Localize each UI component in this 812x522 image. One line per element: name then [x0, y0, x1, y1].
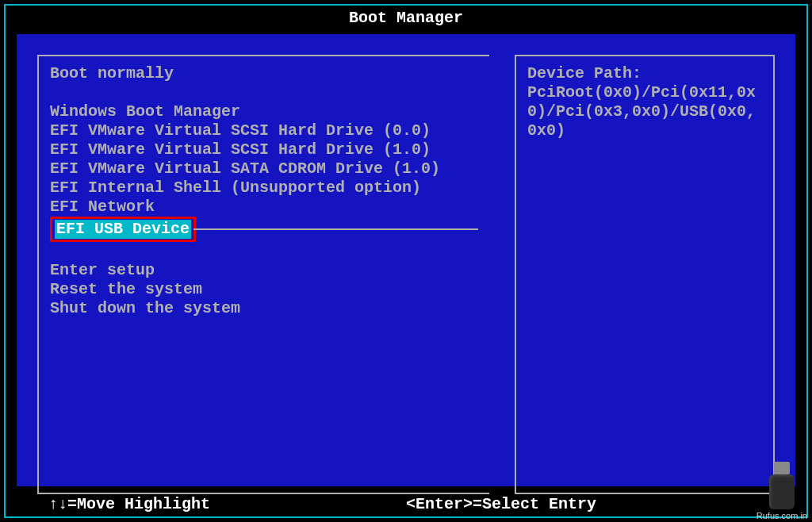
watermark-text: Rufus.com.in	[756, 511, 807, 520]
boot-entry[interactable]: EFI VMware Virtual SCSI Hard Drive (1.0)	[50, 140, 478, 159]
boot-options-panel: Boot normally Windows Boot Manager EFI V…	[37, 55, 489, 494]
shutdown-system[interactable]: Shut down the system	[50, 299, 478, 318]
highlight-box: EFI USB Device	[50, 217, 196, 242]
boot-entry-selected[interactable]: EFI USB Device	[55, 220, 191, 239]
device-info-panel: Device Path: PciRoot(0x0)/Pci(0x11,0x0)/…	[515, 55, 775, 494]
help-bar: ↑↓=Move Highlight <Enter>=Select Entry	[17, 495, 795, 513]
help-select: <Enter>=Select Entry	[406, 495, 764, 513]
boot-normally[interactable]: Boot normally	[50, 64, 478, 83]
panel-connector	[193, 228, 478, 230]
boot-entry[interactable]: EFI VMware Virtual SATA CDROM Drive (1.0…	[50, 159, 478, 178]
boot-entry[interactable]: Windows Boot Manager	[50, 102, 478, 121]
help-nav: ↑↓=Move Highlight	[48, 495, 406, 513]
watermark: Rufus.com.in	[756, 462, 807, 520]
usb-drive-icon	[763, 462, 801, 509]
boot-entry[interactable]: EFI VMware Virtual SCSI Hard Drive (0.0)	[50, 121, 478, 140]
device-path-value: PciRoot(0x0)/Pci(0x11,0x0)/Pci(0x3,0x0)/…	[527, 83, 762, 140]
enter-setup[interactable]: Enter setup	[50, 261, 478, 280]
boot-entry[interactable]: EFI Network	[50, 198, 478, 217]
main-area: Boot normally Windows Boot Manager EFI V…	[17, 34, 795, 486]
page-title: Boot Manager	[6, 6, 806, 29]
reset-system[interactable]: Reset the system	[50, 280, 478, 299]
device-path-heading: Device Path:	[527, 64, 762, 83]
boot-entry[interactable]: EFI Internal Shell (Unsupported option)	[50, 178, 478, 198]
